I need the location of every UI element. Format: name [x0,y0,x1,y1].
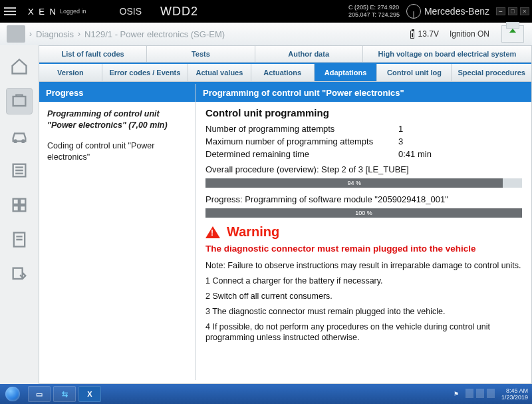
row-max-attempts: Maximum number of programming attempts 3 [205,136,522,146]
row-remaining-time: Determined remaining time 0:41 min [205,149,522,159]
windows-taskbar: ▭ ⇆ X ⚑ 8:45 AM 1/23/2019 [0,384,532,404]
tab-adaptations[interactable]: Adaptations [315,64,378,81]
svg-rect-7 [20,206,25,211]
tray-time: 8:45 AM [501,387,528,394]
progress-column: Progress Programming of control unit "Po… [39,84,196,380]
svg-rect-6 [13,206,19,211]
battery-icon [410,31,414,39]
sidebar-diagnosis[interactable] [6,88,33,114]
taskbar-app-teamviewer[interactable]: ⇆ [53,386,76,402]
windows-orb-icon [5,387,20,401]
taskbar-app-explorer[interactable]: ▭ [28,386,51,402]
header-wdd: WDD2 [160,5,198,19]
tray-flag-icon[interactable]: ⚑ [454,391,459,397]
warning-step-2: 2 Switch off all current consumers. [205,291,522,302]
overall-progress-fill: 94 % [205,178,503,188]
caret-icon: › [29,29,32,39]
tray-date: 1/23/2019 [501,394,528,401]
module-progress-pct: 100 % [355,208,372,218]
tab-fault-codes[interactable]: List of fault codes [39,46,147,62]
tab-author-data[interactable]: Author data [255,46,363,62]
breadcrumb-module[interactable]: N129/1 - Power electronics (SG-EM) [84,29,225,39]
tab-row-top: List of fault codes Tests Author data Hi… [39,46,531,63]
value-attempts: 1 [398,124,452,134]
sidebar-home[interactable] [6,53,33,80]
tab-error-codes[interactable]: Error codes / Events [102,64,188,81]
tab-tests[interactable]: Tests [147,46,255,62]
warning-title: Warning [227,224,279,240]
caret-icon: › [78,29,80,39]
tab-row-bottom: Version Error codes / Events Actual valu… [39,63,531,82]
battery-voltage: 13.7V [410,29,439,39]
row-attempts: Number of programming attempts 1 [205,124,522,134]
mercedes-star-icon [406,4,421,19]
svg-rect-4 [13,199,19,204]
print-button[interactable] [501,25,524,43]
svg-rect-9 [13,268,23,279]
tab-actual-values[interactable]: Actual values [188,64,251,81]
sidebar-tools[interactable] [6,261,33,288]
sidebar-list[interactable] [6,157,33,184]
label-max-attempts: Maximum number of programming attempts [205,136,398,146]
breadcrumb-bar: › Diagnosis › N129/1 - Power electronics… [0,23,532,45]
warning-note: Note: Failure to observe instructions ma… [205,260,522,272]
tab-special-procedures[interactable]: Special procedures [452,64,531,81]
warning-step-1: 1 Connect a charger for the battery if n… [205,276,522,287]
detail-header: Programming of control unit "Power elect… [196,84,531,102]
taskbar-app-xentry[interactable]: X [78,386,101,402]
warning-row: Warning [205,224,522,240]
module-progress-fill: 100 % [205,208,522,218]
menu-icon[interactable] [4,1,24,21]
detail-column: Programming of control unit "Power elect… [196,84,531,380]
warning-step-3: 3 The diagnostic connector must remain p… [205,306,522,317]
warning-step-4: 4 If possible, do not perform any proced… [205,321,522,344]
module-progress-label: Progress: Programming of software module… [205,194,522,204]
app-header: X E N Logged in OSIS WDD2 C (205) E: 274… [0,0,532,23]
maximize-button[interactable]: □ [508,7,517,15]
module-progress-bar: 100 % [205,208,522,218]
tray-clock[interactable]: 8:45 AM 1/23/2019 [501,387,528,401]
tab-actuations[interactable]: Actuations [251,64,315,81]
tray-status-icons[interactable] [464,389,496,399]
detail-title: Control unit programming [205,107,522,118]
close-button[interactable]: × [520,7,529,15]
start-button[interactable] [0,384,25,404]
progress-current-step: Programming of control unit "Power elect… [47,108,188,131]
progress-body: Programming of control unit "Power elect… [39,102,196,170]
progress-next-step: Coding of control unit "Power electronic… [47,140,188,163]
sidebar-vehicle[interactable] [6,122,33,149]
tab-version[interactable]: Version [39,64,102,81]
brand-name: Mercedes-Benz [424,6,489,17]
label-attempts: Number of programming attempts [205,124,398,134]
header-block1: OSIS [120,6,142,17]
content-columns: Progress Programming of control unit "Po… [39,84,531,380]
sidebar [0,45,39,384]
value-remaining-time: 0:41 min [398,149,452,159]
svg-rect-5 [20,199,25,204]
window-controls: ‒ □ × [496,7,529,15]
brand-short: X E N [28,7,57,17]
logged-in-label: Logged in [60,8,86,15]
brand-logo: Mercedes-Benz [406,4,489,19]
sidebar-grid[interactable] [6,192,33,218]
svg-rect-0 [13,97,26,106]
module-chip-icon[interactable] [7,25,25,43]
voltage-value: 13.7V [418,29,439,39]
vehicle-codes: C (205) E: 274.920 205.047 T: 724.295 [348,4,400,19]
main-panel: List of fault codes Tests Author data Hi… [39,45,532,384]
warning-headline: The diagnostic connector must remain plu… [205,244,522,254]
tab-control-unit-log[interactable]: Control unit log [377,64,452,81]
tab-hv-system[interactable]: High voltage on board electrical system [363,46,531,62]
vehicle-codes-line2: 205.047 T: 724.295 [348,11,400,19]
warning-triangle-icon [205,226,220,238]
value-max-attempts: 3 [398,136,452,146]
overall-label: Overall procedure (overview): Step 2 of … [205,164,522,174]
breadcrumb-diagnosis[interactable]: Diagnosis [36,29,74,39]
detail-body: Control unit programming Number of progr… [196,102,531,380]
minimize-button[interactable]: ‒ [496,7,505,15]
overall-progress-bar: 94 % [205,178,522,188]
label-remaining-time: Determined remaining time [205,149,398,159]
system-tray[interactable]: ⚑ 8:45 AM 1/23/2019 [454,387,532,401]
sidebar-doc[interactable] [6,226,33,253]
progress-header: Progress [39,84,196,102]
